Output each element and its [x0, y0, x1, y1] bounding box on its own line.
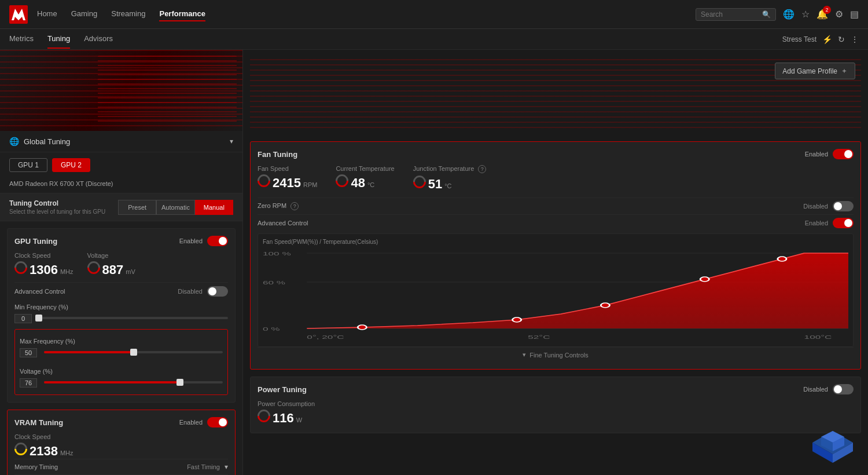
zero-rpm-label: Zero RPM ? [258, 202, 803, 210]
voltage-pct-container: Voltage (%) 76 [20, 364, 223, 390]
stress-test-icon[interactable]: ⚡ [822, 35, 832, 44]
current-temp-gauge [333, 171, 351, 189]
more-icon[interactable]: ⋮ [851, 35, 859, 44]
vram-tuning-toggle[interactable] [207, 417, 228, 427]
min-freq-track[interactable] [39, 317, 228, 319]
global-tuning-dropdown[interactable]: ▾ [230, 137, 233, 145]
advanced-control-toggle[interactable] [207, 286, 228, 297]
search-input[interactable] [701, 10, 759, 19]
nav-home[interactable]: Home [37, 7, 57, 21]
advanced-control-label: Advanced Control [14, 288, 178, 295]
fan-enabled-label: Enabled [805, 151, 828, 158]
min-freq-label: Min Frequency (%) [14, 304, 68, 310]
zero-rpm-toggle[interactable] [833, 201, 854, 211]
automatic-button[interactable]: Automatic [156, 200, 194, 215]
bookmark-icon[interactable]: ☆ [801, 9, 810, 20]
fan-advanced-row: Advanced Control Enabled [258, 214, 854, 231]
vram-enabled-label: Enabled [179, 419, 203, 426]
memory-timing-dropdown[interactable]: ▾ [225, 463, 228, 471]
memory-timing-row: Memory Timing Fast Timing ▾ [14, 459, 228, 474]
language-icon[interactable]: 🌐 [783, 9, 795, 20]
vram-clock-stat: Clock Speed 2138 MHz [14, 433, 228, 459]
sub-nav-right: Stress Test ⚡ ↻ ⋮ [782, 35, 859, 44]
gpu-stat-row: Clock Speed 1306 MHz Voltage 887 mV [14, 252, 228, 277]
fan-advanced-toggle[interactable] [833, 218, 854, 228]
gpu-tuning-header: GPU Tuning Enabled [14, 236, 228, 246]
manual-button[interactable]: Manual [195, 200, 233, 215]
max-freq-highlight: Max Frequency (%) 50 Voltage (%) [14, 329, 228, 395]
fan-speed-gauge [255, 171, 273, 189]
gpu-tuning-panel: GPU Tuning Enabled Clock Speed 1306 MHz … [7, 228, 236, 403]
fan-tuning-header: Fan Tuning Enabled [258, 149, 854, 159]
profile-icon[interactable]: ▤ [850, 9, 859, 20]
svg-text:0°, 20°C: 0°, 20°C [307, 334, 344, 340]
power-tuning-panel: Power Tuning Disabled Power Consumption … [250, 377, 861, 433]
fan-speed-unit: RPM [303, 181, 317, 188]
svg-text:100°C: 100°C [804, 334, 832, 340]
power-tuning-title: Power Tuning [258, 385, 803, 394]
current-temp-value: 48 [351, 176, 365, 191]
tab-advisors[interactable]: Advisors [84, 30, 113, 49]
add-game-profile-label: Add Game Profile [782, 67, 837, 75]
max-freq-thumb[interactable] [130, 349, 137, 356]
tab-tuning[interactable]: Tuning [47, 30, 70, 49]
nav-streaming[interactable]: Streaming [111, 7, 145, 21]
gpu1-button[interactable]: GPU 1 [9, 158, 47, 172]
fan-chart-title: Fan Speed(PWM(%)) / Temperature(Celsius) [263, 239, 848, 245]
gpu-tuning-title: GPU Tuning [14, 237, 179, 246]
top-nav: Home Gaming Streaming Performance 🔍 🌐 ☆ … [0, 0, 868, 29]
svg-point-15 [778, 257, 786, 261]
power-consumption-label: Power Consumption [258, 400, 854, 407]
vram-clock-unit: MHz [60, 450, 73, 456]
notification-icon[interactable]: 🔔 2 [816, 9, 828, 20]
power-consumption-stat: Power Consumption 116 W [258, 400, 854, 426]
search-box[interactable]: 🔍 [696, 8, 776, 21]
notification-badge: 2 [823, 6, 831, 14]
nav-items: Home Gaming Streaming Performance [37, 7, 696, 21]
fine-tuning-controls[interactable]: ▾ Fine Tuning Controls [258, 347, 854, 362]
min-freq-thumb[interactable] [35, 315, 42, 321]
fan-tuning-toggle[interactable] [833, 149, 854, 159]
junction-temp-label: Junction Temperature ? [413, 165, 487, 173]
stress-test-label[interactable]: Stress Test [782, 35, 816, 43]
clock-speed-unit: MHz [60, 268, 73, 275]
tuning-control: Tuning Control Select the level of tunin… [0, 193, 242, 221]
max-freq-track[interactable] [44, 351, 223, 353]
svg-text:60 %: 60 % [263, 280, 285, 286]
tab-metrics[interactable]: Metrics [9, 30, 34, 49]
settings-icon[interactable]: ⚙ [835, 9, 843, 20]
global-tuning[interactable]: 🌐 Global Tuning ▾ [0, 131, 242, 152]
preset-button[interactable]: Preset [118, 200, 156, 215]
tuning-btns: Preset Automatic Manual [118, 200, 233, 215]
watermark [807, 419, 859, 466]
voltage-pct-thumb[interactable] [176, 379, 183, 386]
voltage-pct-label-row: Voltage (%) [20, 368, 223, 375]
nav-gaming[interactable]: Gaming [71, 7, 98, 21]
junction-temp-info-icon[interactable]: ? [478, 165, 486, 173]
clock-speed-value-row: 1306 MHz [14, 261, 73, 277]
power-gauge-icon [255, 407, 273, 425]
refresh-icon[interactable]: ↻ [838, 35, 845, 44]
vram-tuning-panel: VRAM Tuning Enabled Clock Speed 2138 MHz… [7, 410, 236, 475]
gpu2-button[interactable]: GPU 2 [52, 158, 90, 172]
voltage-value: 887 [102, 262, 124, 277]
gpu-tuning-toggle[interactable] [207, 236, 228, 246]
current-temp-value-row: 48 °C [336, 174, 394, 191]
nav-performance[interactable]: Performance [159, 7, 205, 21]
tuning-control-label: Tuning Control [9, 199, 113, 207]
fan-speed-stat: Fan Speed 2415 RPM [258, 165, 317, 192]
gpu-buttons: GPU 1 GPU 2 [0, 152, 242, 178]
power-consumption-value-row: 116 W [258, 410, 854, 426]
add-icon: ＋ [841, 66, 848, 76]
clock-speed-value: 1306 [30, 262, 58, 277]
fan-chart-container: Fan Speed(PWM(%)) / Temperature(Celsius)… [258, 233, 854, 347]
tuning-control-sub: Select the level of tuning for this GPU [9, 209, 113, 215]
zero-rpm-row: Zero RPM ? Disabled [258, 198, 854, 214]
vram-clock-label: Clock Speed [14, 433, 228, 440]
voltage-pct-value: 76 [20, 378, 37, 388]
add-game-profile-button[interactable]: Add Game Profile ＋ [775, 63, 855, 79]
voltage-pct-track[interactable] [44, 381, 223, 383]
power-tuning-toggle[interactable] [833, 384, 854, 394]
zero-rpm-info-icon[interactable]: ? [290, 202, 299, 210]
clock-speed-label: Clock Speed [14, 252, 73, 259]
